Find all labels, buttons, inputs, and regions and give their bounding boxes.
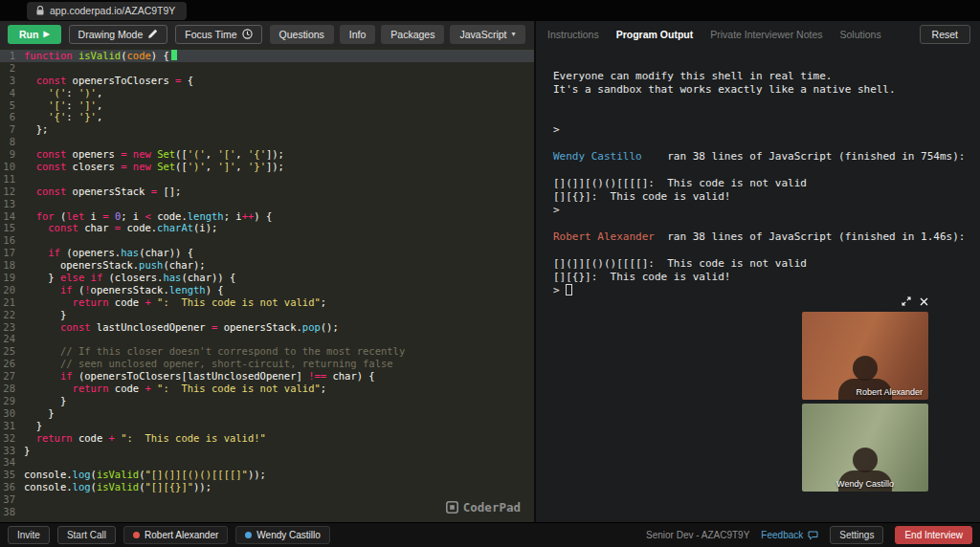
tab-solutions[interactable]: Solutions	[840, 29, 881, 40]
code-line[interactable]: 36console.log(isValid("[][{}]"));	[0, 481, 534, 493]
invite-button[interactable]: Invite	[8, 526, 50, 544]
code-line[interactable]: 2	[0, 62, 534, 75]
line-number: 12	[0, 186, 15, 198]
code-line[interactable]: 32 return code + ": This code is valid!"	[0, 432, 534, 445]
console-line: [](]][()()[[[[]: This code is not valid	[553, 177, 972, 190]
participants: Robert AlexanderWendy Castillo	[123, 526, 330, 544]
code-line[interactable]: 27 if (openersToClosers[lastUnclosedOpen…	[0, 370, 534, 383]
reset-button[interactable]: Reset	[920, 25, 970, 44]
line-number: 6	[0, 111, 15, 123]
questions-button[interactable]: Questions	[270, 25, 334, 44]
footer-bar: Invite Start Call Robert AlexanderWendy …	[0, 522, 980, 547]
code-line[interactable]: 6 '{': '}',	[0, 111, 534, 123]
line-number: 3	[0, 75, 15, 87]
feedback-link[interactable]: Feedback	[761, 530, 818, 540]
code-line[interactable]: 12 const openersStack = [];	[0, 186, 534, 198]
code-line[interactable]: 16	[0, 234, 534, 247]
line-number: 38	[0, 506, 15, 518]
drawing-mode-button[interactable]: Drawing Mode	[69, 25, 168, 44]
expand-icon[interactable]	[902, 296, 911, 306]
code-line[interactable]: 30 }	[0, 407, 534, 420]
line-number: 22	[0, 309, 15, 321]
session-title: Senior Dev - AZAC9T9Y	[646, 530, 749, 540]
console-lines: Everyone can modify this shell in real t…	[553, 70, 972, 297]
code-lines: 1function isValid(code) {23 const opener…	[0, 50, 534, 518]
participant-chip[interactable]: Wendy Castillo	[235, 526, 330, 544]
line-number: 10	[0, 161, 15, 173]
code-line[interactable]: 20 if (!openersStack.length) {	[0, 284, 534, 296]
tab-instructions[interactable]: Instructions	[547, 29, 599, 40]
code-line[interactable]: 5 '[': ']',	[0, 99, 534, 112]
focus-time-button[interactable]: Focus Time	[175, 25, 261, 44]
code-line[interactable]: 28 return code + ": This code is not val…	[0, 383, 534, 395]
terminal-cursor	[566, 284, 572, 295]
browser-bar: app.coderpad.io/AZAC9T9Y	[0, 0, 980, 21]
code-line[interactable]: 26 // seen unclosed opener, short-circui…	[0, 358, 534, 370]
line-number: 13	[0, 198, 15, 210]
code-line[interactable]: 18 openersStack.push(char);	[0, 259, 534, 272]
video-tile[interactable]: Wendy Castillo	[802, 404, 928, 492]
code-line[interactable]: 3 const openersToClosers = {	[0, 75, 534, 87]
code-line[interactable]: 25 // If this closer doesn't correspond …	[0, 345, 534, 358]
code-line[interactable]: 4 '(': ')',	[0, 87, 534, 99]
console-line	[553, 164, 972, 177]
code-editor[interactable]: 1function isValid(code) {23 const opener…	[0, 47, 534, 522]
line-number: 20	[0, 284, 15, 296]
code-line[interactable]: 8	[0, 136, 534, 148]
tab-program-output[interactable]: Program Output	[616, 29, 694, 40]
code-line[interactable]: 19 } else if (closers.has(char)) {	[0, 272, 534, 284]
line-number: 4	[0, 87, 15, 99]
coderpad-logo-text: CoderPad	[463, 500, 521, 514]
console-line	[553, 217, 972, 230]
code-line[interactable]: 24	[0, 333, 534, 345]
settings-button[interactable]: Settings	[830, 526, 883, 544]
language-label: JavaScript	[459, 29, 506, 40]
code-line[interactable]: 9 const openers = new Set(['(', '[', '{'…	[0, 148, 534, 161]
code-line[interactable]: 10 const closers = new Set([')', ']', '}…	[0, 161, 534, 173]
line-number: 15	[0, 222, 15, 234]
code-line[interactable]: 7 };	[0, 123, 534, 136]
run-button[interactable]: Run ▶	[8, 25, 61, 44]
tab-private-interviewer-notes[interactable]: Private Interviewer Notes	[710, 29, 822, 40]
code-line[interactable]: 17 if (openers.has(char)) {	[0, 247, 534, 259]
focus-time-label: Focus Time	[185, 29, 236, 40]
start-call-button[interactable]: Start Call	[57, 526, 116, 544]
line-number: 37	[0, 493, 15, 506]
info-button[interactable]: Info	[340, 25, 376, 44]
code-line[interactable]: 21 return code + ": This code is not val…	[0, 296, 534, 309]
code-line[interactable]: 14 for (let i = 0; i < code.length; i++)…	[0, 210, 534, 223]
footer-right: Senior Dev - AZAC9T9Y Feedback Settings …	[646, 526, 972, 544]
close-icon[interactable]	[920, 297, 928, 306]
line-number: 14	[0, 210, 15, 223]
code-line[interactable]: 29 }	[0, 395, 534, 407]
console-line: >	[553, 204, 972, 217]
code-line[interactable]: 34	[0, 456, 534, 469]
video-tile[interactable]: Robert Alexander	[802, 312, 928, 400]
code-line[interactable]: 1function isValid(code) {	[0, 50, 534, 62]
speech-bubble-icon	[808, 531, 818, 540]
console-line: [](]][()()[[[[]: This code is not valid	[553, 257, 972, 271]
code-line[interactable]: 11	[0, 173, 534, 186]
pencil-icon	[147, 29, 158, 39]
console-line: Everyone can modify this shell in real t…	[553, 70, 972, 83]
end-interview-button[interactable]: End Interview	[895, 526, 972, 544]
url-chip[interactable]: app.coderpad.io/AZAC9T9Y	[27, 2, 187, 20]
line-number: 16	[0, 234, 15, 247]
code-line[interactable]: 22 }	[0, 309, 534, 321]
console-line: [][{}]: This code is valid!	[553, 271, 972, 284]
language-select[interactable]: JavaScript ▾	[450, 25, 524, 44]
video-panel-controls	[802, 295, 928, 308]
code-line[interactable]: 15 const char = code.charAt(i);	[0, 222, 534, 234]
code-line[interactable]: 13	[0, 198, 534, 210]
participant-chip[interactable]: Robert Alexander	[123, 526, 228, 544]
code-line[interactable]: 33}	[0, 445, 534, 457]
code-line[interactable]: 23 const lastUnclosedOpener = openersSta…	[0, 321, 534, 334]
url-text: app.coderpad.io/AZAC9T9Y	[50, 5, 175, 16]
code-line[interactable]: 35console.log(isValid("[](]][()()[[[[]")…	[0, 469, 534, 481]
packages-button[interactable]: Packages	[381, 25, 444, 44]
console-line: Robert Alexander ran 38 lines of JavaScr…	[553, 230, 972, 244]
run-label: Run	[19, 29, 38, 40]
line-number: 32	[0, 432, 15, 445]
line-number: 17	[0, 247, 15, 259]
code-line[interactable]: 31 }	[0, 420, 534, 432]
